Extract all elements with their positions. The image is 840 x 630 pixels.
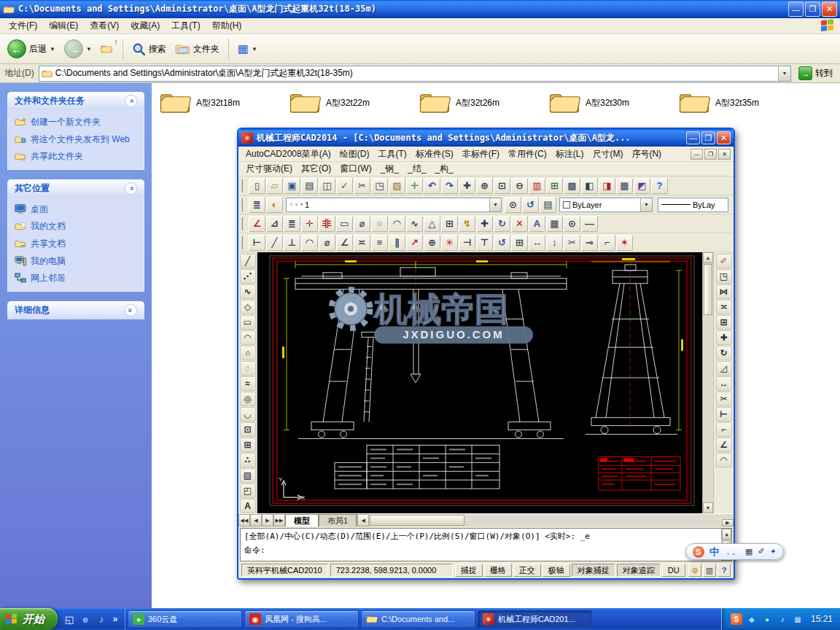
mdi-restore-button[interactable]: ❐: [704, 149, 717, 160]
arc-icon[interactable]: ◠: [389, 216, 405, 232]
chamfer-tool-icon[interactable]: ∠: [716, 438, 732, 452]
back-dropdown-caret[interactable]: ▼: [50, 46, 55, 52]
scale-icon[interactable]: ↕: [546, 235, 563, 251]
layer-combo[interactable]: ○◐▪ 1 ▼: [286, 198, 502, 212]
vertical-scroll-thumb[interactable]: [704, 264, 712, 315]
explorer-menu-item[interactable]: 编辑(E): [43, 18, 84, 34]
arc-tool-icon[interactable]: ◠: [240, 330, 256, 345]
folder-item[interactable]: A型32t35m: [678, 90, 782, 115]
status-toggle[interactable]: 对象捕捉: [572, 564, 615, 577]
area-icon[interactable]: ⊿: [266, 216, 283, 232]
tab-last-button[interactable]: ▶▶: [273, 514, 285, 526]
move-tool-icon[interactable]: ✚: [716, 330, 732, 345]
taskbar-item-explorer[interactable]: C:\Documents and...: [361, 610, 475, 628]
cad-menu-item[interactable]: _构_: [430, 162, 457, 176]
array-tool-icon[interactable]: ⊞: [716, 315, 732, 330]
minimize-button[interactable]: —: [788, 1, 804, 17]
my-documents-link[interactable]: 我的文档: [15, 221, 137, 233]
up-button[interactable]: ↑: [98, 41, 117, 57]
new-file-icon[interactable]: ▯: [249, 178, 265, 194]
cad-menu-item[interactable]: _结_: [403, 162, 430, 176]
forward-dropdown-caret[interactable]: ▼: [86, 46, 92, 52]
paste-icon[interactable]: ▨: [389, 178, 405, 194]
spell-icon[interactable]: ✓: [336, 178, 353, 194]
ime-keyboard-icon[interactable]: ▦: [745, 547, 752, 556]
network-places-link[interactable]: 网上邻居: [15, 273, 137, 284]
layer-filter-icon[interactable]: ▤: [540, 197, 556, 213]
polyline-tool-icon[interactable]: ∿: [240, 284, 256, 299]
cad-menu-item[interactable]: 尺寸(M): [588, 147, 627, 161]
cad-menu-item[interactable]: 序号(N): [627, 147, 666, 161]
my-computer-link[interactable]: 我的电脑: [15, 256, 137, 268]
tab-model[interactable]: 模型: [285, 514, 319, 526]
expand-chevron-icon[interactable]: »: [125, 304, 137, 316]
desktop-link[interactable]: 桌面: [15, 204, 137, 216]
status-toggle[interactable]: 极轴: [542, 564, 570, 577]
cad-minimize-button[interactable]: —: [686, 131, 700, 144]
linetype-combo[interactable]: ByLay: [658, 198, 728, 212]
measure-icon[interactable]: —: [581, 216, 598, 232]
close-button[interactable]: ✕: [822, 1, 837, 17]
mirror-tool-icon[interactable]: ⋈: [716, 284, 732, 299]
layer-combo-arrow[interactable]: ▼: [489, 198, 501, 211]
text-icon[interactable]: A: [529, 216, 545, 232]
nonstandard-icon[interactable]: 非: [319, 216, 335, 232]
spline-tool-icon[interactable]: ≈: [240, 376, 256, 391]
center-mark-icon[interactable]: ✳: [441, 235, 458, 251]
list-icon[interactable]: ≣: [284, 216, 300, 232]
tray-cloud-icon[interactable]: ●: [761, 613, 773, 625]
help-icon[interactable]: ?: [651, 178, 668, 194]
scroll-left-arrow[interactable]: ◀: [357, 514, 369, 526]
dim-angular-icon[interactable]: ∠: [336, 235, 353, 251]
rotate-tool-icon[interactable]: ↻: [716, 346, 732, 360]
redo-icon[interactable]: ↷: [441, 178, 458, 194]
status-toggle[interactable]: 栅格: [484, 564, 512, 577]
circle-tool-icon[interactable]: ○: [240, 346, 256, 360]
layers-manager-icon[interactable]: ≣: [249, 197, 265, 213]
dim-radius-icon[interactable]: ◠: [301, 235, 318, 251]
mdi-minimize-button[interactable]: —: [691, 149, 703, 160]
ime-toolbar[interactable]: S 中 ，。 ▦ ✐ ✦: [685, 543, 784, 560]
cut-icon[interactable]: ✂: [354, 178, 370, 194]
status-toggle[interactable]: DU: [662, 564, 685, 577]
folders-button[interactable]: 文件夹: [172, 42, 222, 57]
trim-icon[interactable]: ✂: [564, 235, 580, 251]
construction-line-icon[interactable]: ⋰: [240, 269, 256, 284]
taskbar-item-browser[interactable]: ◉ 凤凰网 - 搜狗高...: [244, 610, 359, 628]
rectangle-icon[interactable]: ▭: [336, 216, 353, 232]
layer-states-icon[interactable]: ◐: [266, 197, 283, 213]
status-help-icon[interactable]: ?: [718, 564, 731, 577]
sheetset-icon[interactable]: ◧: [581, 178, 598, 194]
break-icon[interactable]: ↯: [459, 216, 475, 232]
quick-dim-icon[interactable]: ≍: [354, 235, 370, 251]
dim-continue-icon[interactable]: ∥: [389, 235, 405, 251]
leader-icon[interactable]: ↗: [406, 235, 423, 251]
cad-menu-item[interactable]: 非标件(F): [458, 147, 504, 161]
tab-next-button[interactable]: ▶: [262, 514, 273, 526]
dim-diameter-icon[interactable]: ⌀: [319, 235, 335, 251]
clock[interactable]: 15:21: [811, 614, 833, 624]
move-icon[interactable]: ✚: [476, 216, 493, 232]
horizontal-scrollbar[interactable]: ◀ ▶: [357, 514, 734, 526]
insert-block-icon[interactable]: ⊡: [240, 422, 256, 437]
tray-volume-icon[interactable]: ♪: [777, 613, 788, 625]
folder-item[interactable]: A型32t26m: [419, 90, 522, 115]
quicklaunch-desktop-icon[interactable]: ◱: [63, 612, 76, 626]
spline-icon[interactable]: ∿: [406, 216, 423, 232]
views-button[interactable]: ▦ ▼: [235, 42, 260, 56]
osnap-settings-icon[interactable]: ⊙: [564, 216, 580, 232]
extend-tool-icon[interactable]: ⊢: [716, 407, 732, 421]
share-folder-link[interactable]: 共享此文件夹: [15, 151, 137, 163]
point-tool-icon[interactable]: ∴: [240, 453, 256, 467]
tab-prev-button[interactable]: ◀: [250, 514, 262, 526]
explorer-menu-item[interactable]: 帮助(H): [206, 18, 248, 34]
cad-menu-item[interactable]: 常用件(C): [504, 147, 551, 161]
vertical-scrollbar[interactable]: ▲ ▼: [702, 252, 713, 513]
drawing-canvas[interactable]: 机械帝国 JXDIGUO.COM Y X: [257, 252, 702, 513]
copy-icon[interactable]: ◳: [371, 178, 388, 194]
collapse-chevron-icon[interactable]: »: [125, 182, 137, 195]
forward-button[interactable]: → ▼: [61, 38, 95, 60]
array-icon[interactable]: ⊞: [441, 216, 458, 232]
tab-first-button[interactable]: ◀◀: [238, 514, 250, 526]
cad-close-button[interactable]: ✕: [717, 131, 731, 144]
